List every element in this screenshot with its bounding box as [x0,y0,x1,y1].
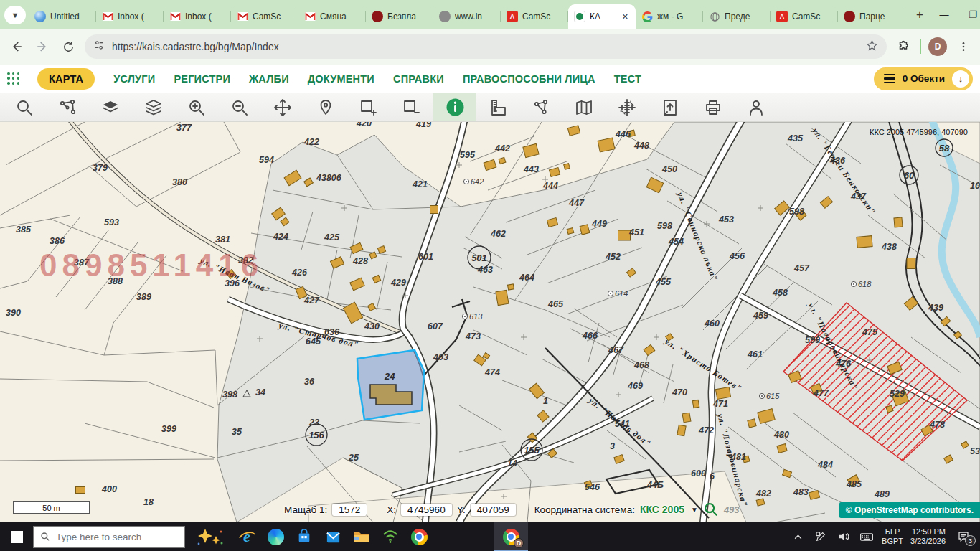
tab-search-button[interactable]: ▼ [4,6,26,24]
tray-chevron-icon[interactable] [790,532,806,542]
forward-button[interactable] [33,37,52,56]
store-icon[interactable] [290,522,319,551]
tool-info[interactable] [433,93,476,121]
browser-tab-9[interactable]: жм - G [636,4,703,29]
tool-measure-area[interactable] [519,93,562,121]
parcel-label: 25 [348,453,359,463]
nav-item-справки[interactable]: СПРАВКИ [393,73,444,85]
menu-kebab-icon[interactable] [954,37,973,56]
tool-export[interactable] [649,93,692,121]
tool-search[interactable] [3,93,46,121]
parcel-label: 448 [633,141,649,151]
tab-title: КА [590,11,616,22]
nav-item-документи[interactable]: ДОКУМЕНТИ [308,73,374,85]
nav-item-правоспособни лица[interactable]: ПРАВОСПОСОБНИ ЛИЦА [463,73,595,85]
browser-tab-0[interactable]: Untitled [29,4,96,29]
browser-tab-10[interactable]: Преде [703,4,771,29]
parcel-label: 35 [232,427,242,437]
browser-tab-11[interactable]: ACamSc [771,4,838,29]
tool-measure-length[interactable] [476,93,519,121]
browser-tab-8[interactable]: КА✕ [568,4,636,29]
browser-tab-4[interactable]: Смяна [298,4,366,29]
site-info-icon[interactable] [93,39,105,54]
chrome-active-window[interactable]: D [494,522,528,551]
tool-select-add[interactable] [347,93,390,121]
map-number-label: 493 [724,504,740,515]
site-navigation: КАРТАУСЛУГИРЕГИСТРИЖАЛБИДОКУМЕНТИСПРАВКИ… [0,65,980,93]
maximize-button[interactable]: ❐ [958,0,980,29]
map-search-icon[interactable] [703,501,719,517]
start-button[interactable] [0,522,33,551]
browser-tab-1[interactable]: Inbox ( [96,4,164,29]
taskbar-search-input[interactable] [56,532,164,542]
nav-item-тест[interactable]: ТЕСТ [614,73,641,85]
parcel-label: 443 [523,164,539,174]
parcel-label: 463 [477,265,493,275]
pen-input-icon[interactable] [813,531,829,542]
url-field[interactable] [112,41,859,52]
minimize-button[interactable]: — [930,0,958,29]
browser-tab-3[interactable]: CamSc [231,4,298,29]
taskbar-search[interactable] [33,526,185,548]
apps-grid-icon[interactable] [7,72,20,85]
tool-location[interactable] [304,93,347,121]
file-explorer-icon[interactable] [347,522,376,551]
map-toolbar [0,93,980,122]
tool-zoom-out[interactable] [218,93,261,121]
nav-item-регистри[interactable]: РЕГИСТРИ [174,73,230,85]
clock[interactable]: 12:50 PM3/23/2026 [910,527,946,546]
keyboard-icon[interactable] [859,529,875,544]
tool-print[interactable] [692,93,735,121]
tool-route[interactable] [46,93,89,121]
new-tab-button[interactable]: + [910,5,930,25]
building [76,487,85,494]
extensions-icon[interactable] [894,37,913,56]
nav-item-жалби[interactable]: ЖАЛБИ [249,73,289,85]
language-indicator[interactable]: БГРBGPT [882,527,903,546]
nav-item-услуги[interactable]: УСЛУГИ [113,73,155,85]
objects-button[interactable]: 0 Обекти ↓ [874,67,973,90]
wifi-icon[interactable] [376,522,405,551]
nav-item-карта[interactable]: КАРТА [37,68,95,90]
reload-button[interactable] [59,37,77,56]
tab-title: Смяна [320,11,360,22]
download-arrow-icon: ↓ [952,70,969,88]
profile-avatar[interactable]: D [928,37,947,56]
chrome-icon[interactable] [405,522,433,551]
map-canvas[interactable]: 6426136146156183773793803853863873883893… [0,122,980,522]
parcel-label: 422 [303,137,319,147]
tool-select-remove[interactable] [390,93,433,121]
parcel-label: 470 [672,387,687,397]
browser-tab-7[interactable]: ACamSc [501,4,568,29]
x-label: X: [387,504,396,515]
tab-close-icon[interactable]: ✕ [621,12,630,22]
tool-axes[interactable] [606,93,649,121]
building [564,164,570,170]
volume-icon[interactable] [836,530,852,543]
copilot-sparkle-icon[interactable] [185,522,232,551]
browser-tab-2[interactable]: Inbox ( [164,4,231,29]
browser-tab-5[interactable]: Безпла [366,4,433,29]
tool-layers[interactable] [132,93,175,121]
tab-title: Парце [859,11,900,22]
scale-value[interactable]: 1572 [332,504,367,516]
crs-dropdown[interactable]: ККС 2005▼ [640,504,698,515]
tool-pan[interactable] [261,93,304,121]
mail-icon[interactable] [319,522,347,551]
notification-center-icon[interactable]: 3 [953,530,974,543]
browser-tab-12[interactable]: Парце [838,4,905,29]
tool-zoom-in[interactable] [175,93,218,121]
tool-user[interactable] [735,93,778,121]
parcel-label: 546 [585,482,600,492]
internet-explorer-icon[interactable]: e [232,522,261,551]
browser-tab-6[interactable]: www.in [433,4,501,29]
parcel-label: 480 [773,430,789,440]
back-button[interactable] [7,37,26,56]
map-viewport[interactable]: 6426136146156183773793803853863873883893… [0,122,980,522]
tool-layers-filled[interactable] [89,93,132,121]
tool-map[interactable] [562,93,606,121]
parcel-label: 420 [356,122,372,128]
bookmark-star-icon[interactable] [866,39,878,55]
omnibox[interactable] [85,34,887,59]
edge-icon[interactable] [261,522,290,551]
